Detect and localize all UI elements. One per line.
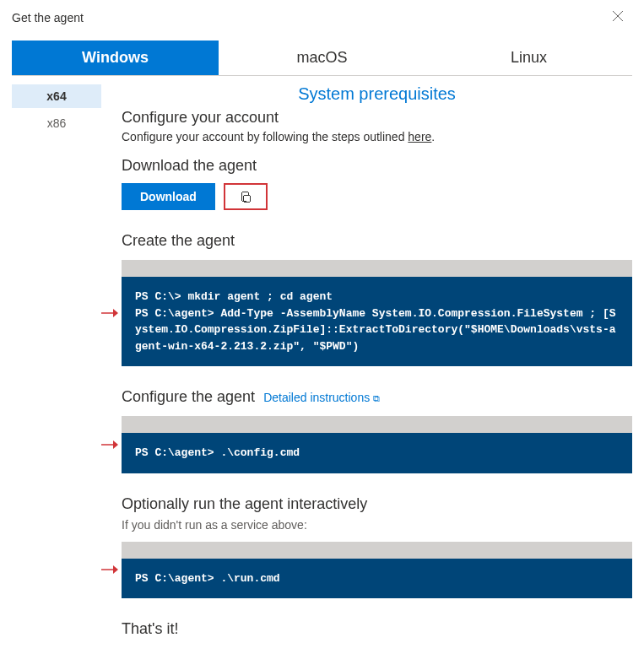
detailed-instructions-text: Detailed instructions — [263, 391, 370, 404]
svg-marker-1 — [113, 309, 118, 317]
copy-icon — [239, 190, 252, 203]
tab-linux[interactable]: Linux — [425, 41, 632, 75]
close-icon — [612, 10, 624, 22]
annotation-arrow — [101, 564, 118, 575]
annotation-arrow — [101, 307, 118, 319]
dialog-title: Get the agent — [12, 11, 84, 24]
heading-configure-agent: Configure the agent — [122, 388, 255, 406]
configure-account-here-link[interactable]: here — [408, 130, 431, 143]
os-tabs: Windows macOS Linux — [12, 41, 632, 76]
svg-marker-5 — [113, 565, 118, 574]
annotation-arrow — [101, 439, 118, 451]
svg-marker-3 — [113, 440, 118, 449]
copy-button[interactable] — [224, 183, 268, 210]
configure-account-desc-suffix: . — [431, 130, 435, 143]
code-block-header — [122, 260, 632, 277]
tab-windows[interactable]: Windows — [12, 41, 219, 75]
arch-x64[interactable]: x64 — [12, 84, 101, 108]
configure-account-desc-text: Configure your account by following the … — [122, 130, 408, 143]
tab-macos[interactable]: macOS — [219, 41, 425, 75]
heading-run-agent: Optionally run the agent interactively — [122, 495, 632, 513]
code-configure-agent[interactable]: PS C:\agent> .\config.cmd — [122, 433, 632, 473]
external-link-icon: ⧉ — [373, 393, 380, 403]
code-run-agent[interactable]: PS C:\agent> .\run.cmd — [122, 559, 632, 599]
configure-account-desc: Configure your account by following the … — [122, 130, 632, 143]
arch-x86[interactable]: x86 — [12, 111, 101, 135]
code-create-agent[interactable]: PS C:\> mkdir agent ; cd agent PS C:\age… — [122, 277, 632, 366]
heading-create-agent: Create the agent — [122, 232, 632, 250]
system-prerequisites-link[interactable]: System prerequisites — [122, 84, 632, 104]
code-block-header — [122, 542, 632, 559]
code-block-header — [122, 416, 632, 433]
close-button[interactable] — [609, 7, 627, 29]
heading-configure-account: Configure your account — [122, 109, 632, 127]
heading-download-agent: Download the agent — [122, 157, 632, 175]
arch-sidebar: x64 x86 — [12, 84, 101, 641]
run-agent-note: If you didn't run as a service above: — [122, 518, 632, 532]
download-button[interactable]: Download — [122, 183, 215, 210]
detailed-instructions-link[interactable]: Detailed instructions ⧉ — [263, 391, 380, 404]
heading-done: That's it! — [122, 620, 632, 638]
